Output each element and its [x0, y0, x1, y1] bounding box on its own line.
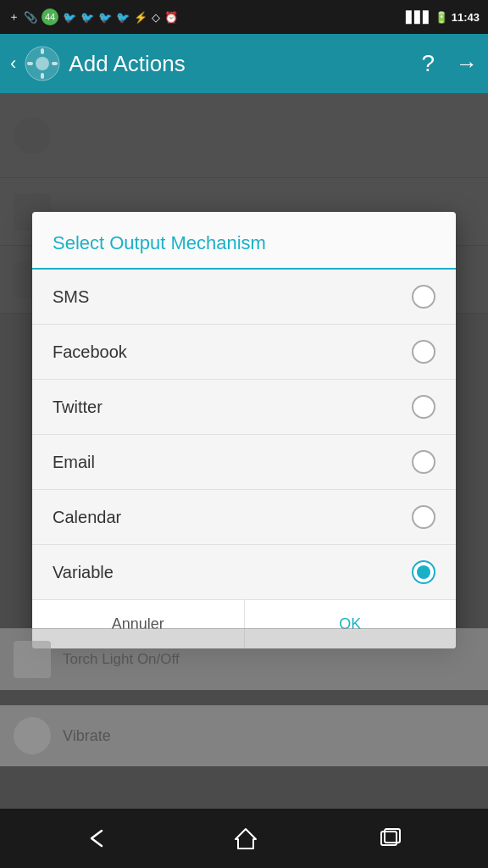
signal-icon: ▋▋▋	[406, 11, 431, 24]
svg-rect-5	[52, 62, 58, 65]
svg-marker-6	[236, 829, 256, 849]
radio-circle-variable	[412, 560, 435, 584]
unknown-icon: ◇	[152, 11, 160, 24]
vibrate-icon	[14, 717, 51, 754]
torch-label: Torch Light On/Off	[63, 651, 180, 668]
radio-label-variable: Variable	[53, 563, 114, 582]
nav-recent-button[interactable]	[380, 827, 402, 849]
status-bar: ＋ 📎 44 🐦 🐦 🐦 🐦 ⚡ ◇ ⏰ ▋▋▋ 🔋 11:43	[0, 0, 488, 34]
radio-circle-calendar	[412, 505, 435, 529]
back-button[interactable]: ‹	[10, 53, 16, 75]
dialog-overlay: Select Output Mechanism SMS Facebook Twi…	[0, 93, 488, 809]
radio-label-facebook: Facebook	[53, 342, 127, 362]
radio-option-facebook[interactable]: Facebook	[32, 325, 456, 380]
radio-circle-sms	[412, 285, 435, 309]
radio-option-email[interactable]: Email	[32, 435, 456, 490]
twitter-icon-1: 🐦	[63, 11, 76, 24]
twitter-icon-2: 🐦	[80, 11, 94, 24]
dialog-body: SMS Facebook Twitter Email	[32, 270, 456, 599]
radio-option-sms[interactable]: SMS	[32, 270, 456, 325]
page-title: Add Actions	[69, 51, 413, 77]
next-button[interactable]: →	[456, 51, 478, 77]
app-icon	[25, 46, 60, 81]
time-display: 11:43	[452, 11, 480, 24]
recent-nav-icon	[380, 827, 402, 849]
twitter-icon-4: 🐦	[116, 11, 130, 24]
bluetooth-icon: ⚡	[134, 11, 147, 24]
app-bar: ‹ Add Actions ? →	[0, 34, 488, 93]
radio-circle-email	[412, 450, 435, 474]
nav-home-button[interactable]	[234, 826, 258, 850]
status-icons-right: ▋▋▋ 🔋 11:43	[406, 11, 480, 24]
radio-label-email: Email	[53, 453, 95, 472]
torch-item: Torch Light On/Off	[0, 628, 488, 690]
help-button[interactable]: ?	[421, 50, 435, 77]
radio-label-calendar: Calendar	[53, 508, 121, 527]
svg-rect-4	[27, 62, 33, 65]
back-nav-icon	[86, 828, 112, 849]
svg-rect-3	[41, 73, 44, 79]
dialog: Select Output Mechanism SMS Facebook Twi…	[32, 212, 456, 648]
radio-circle-twitter	[412, 395, 435, 419]
vibrate-label: Vibrate	[63, 727, 111, 745]
radio-option-calendar[interactable]: Calendar	[32, 490, 456, 545]
home-nav-icon	[234, 826, 258, 850]
radio-circle-facebook	[412, 340, 435, 364]
dialog-title: Select Output Mechanism	[32, 212, 456, 270]
svg-point-1	[36, 57, 49, 70]
twitter-icon-3: 🐦	[98, 11, 112, 24]
background-content: Select Output Mechanism SMS Facebook Twi…	[0, 93, 488, 809]
svg-rect-2	[41, 48, 44, 54]
bottom-nav	[0, 809, 488, 868]
battery-icon: 🔋	[435, 11, 448, 24]
clock-icon: ⏰	[164, 11, 178, 24]
radio-option-twitter[interactable]: Twitter	[32, 380, 456, 435]
radio-label-twitter: Twitter	[53, 398, 103, 417]
radio-option-variable[interactable]: Variable	[32, 545, 456, 599]
radio-label-sms: SMS	[53, 287, 89, 307]
add-icon: ＋	[8, 9, 19, 25]
clip-icon: 📎	[24, 11, 37, 24]
nav-back-button[interactable]	[86, 828, 112, 849]
notification-count: 44	[42, 8, 58, 25]
vibrate-item: Vibrate	[0, 705, 488, 766]
torch-icon	[14, 641, 51, 678]
status-icons-left: ＋ 📎 44 🐦 🐦 🐦 🐦 ⚡ ◇ ⏰	[8, 8, 178, 25]
